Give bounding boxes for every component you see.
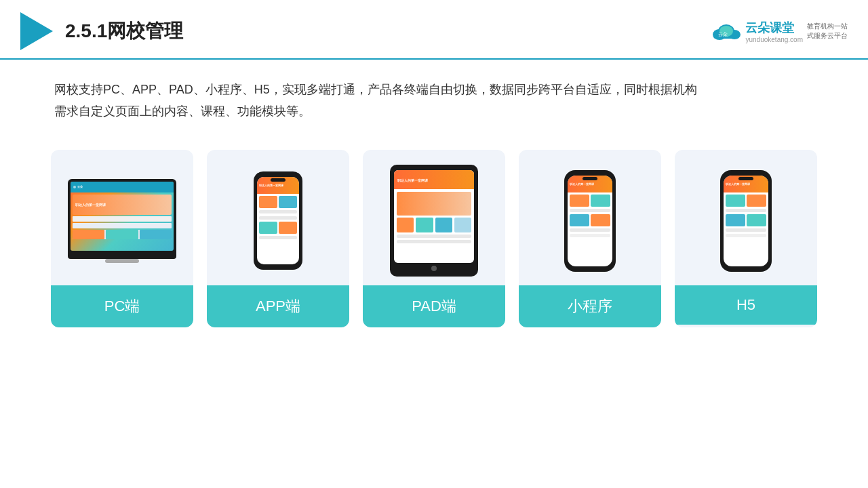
card-pc: 云朵 职达人的第一堂网课 — [51, 150, 193, 327]
pad-row2 — [397, 240, 471, 243]
pad-card3 — [435, 218, 452, 232]
h5-text2 — [726, 228, 766, 232]
app-text3 — [259, 236, 297, 239]
pad-row1 — [397, 235, 471, 238]
logo-url: yunduoketang.com — [745, 36, 803, 43]
pc-row1 — [73, 216, 172, 222]
card-app-image: 职达人的第一堂网课 — [207, 150, 349, 285]
pc-card3 — [140, 230, 172, 239]
logo-subtitle: 教育机构一站 式服务云平台 — [807, 22, 848, 41]
pc-banner-text: 职达人的第一堂网课 — [75, 203, 106, 207]
miniapp-card-row1 — [570, 195, 610, 207]
pad-mockup: 职达人的第一堂网课 — [390, 165, 478, 277]
pc-card1 — [73, 230, 104, 239]
pc-screen-inner: 云朵 职达人的第一堂网课 — [71, 182, 174, 251]
miniapp-notch — [583, 177, 597, 180]
dot1 — [73, 186, 76, 188]
app-banner-text: 职达人的第一堂网课 — [259, 184, 283, 188]
pc-row3 — [73, 230, 172, 239]
miniapp-mini3 — [570, 214, 589, 226]
card-miniapp-label: 小程序 — [519, 285, 661, 327]
pad-banner — [397, 192, 471, 216]
pc-rows — [73, 216, 172, 239]
logo-triangle-icon — [20, 12, 53, 50]
logo-name: 云朵课堂 — [745, 20, 803, 36]
description-line1: 网校支持PC、APP、PAD、小程序、H5，实现多端打通，产品各终端自由切换，数… — [54, 79, 814, 100]
pc-base — [105, 259, 139, 263]
h5-screen-body — [724, 192, 768, 239]
h5-banner-text: 职达人的第一堂网课 — [726, 183, 750, 186]
logo-text: 云朵课堂 yunduoketang.com — [745, 20, 803, 43]
card-pad-image: 职达人的第一堂网课 — [363, 150, 505, 285]
card-h5-image: 职达人的第一堂网课 — [675, 150, 817, 285]
miniapp-card-row2 — [570, 214, 610, 226]
pad-card2 — [416, 218, 433, 232]
pc-screen-outer: 云朵 职达人的第一堂网课 — [68, 179, 176, 253]
h5-phone-mockup: 职达人的第一堂网课 — [720, 170, 772, 272]
pad-screen-top: 职达人的第一堂网课 — [394, 170, 474, 189]
pc-screen-body: 职达人的第一堂网课 — [71, 192, 174, 241]
h5-card-row2 — [726, 214, 766, 226]
app-text2 — [259, 216, 297, 220]
pc-row2 — [73, 223, 172, 228]
pc-neck — [68, 253, 176, 259]
pad-home-button — [431, 266, 437, 271]
miniapp-text2 — [570, 228, 610, 232]
card-app: 职达人的第一堂网课 — [207, 150, 349, 327]
header-left: 2.5.1网校管理 — [20, 12, 183, 50]
app-mini1 — [259, 196, 277, 208]
brand-logo: 云朵 云朵课堂 yunduoketang.com 教育机构一站 式服务云平台 — [711, 20, 848, 43]
pad-card1 — [397, 218, 414, 232]
app-screen-body — [257, 194, 299, 242]
cards-container: 云朵 职达人的第一堂网课 — [0, 129, 868, 341]
h5-text3 — [726, 234, 766, 237]
card-pc-image: 云朵 职达人的第一堂网课 — [51, 150, 193, 285]
header: 2.5.1网校管理 云朵 云朵课堂 yunduoketang.com 教育机构一… — [0, 0, 868, 60]
miniapp-banner-text: 职达人的第一堂网课 — [570, 183, 594, 186]
miniapp-text3 — [570, 234, 610, 237]
app-card-row2 — [259, 222, 297, 234]
h5-mini1 — [726, 195, 745, 207]
pc-logo-text: 云朵 — [77, 185, 83, 188]
phone-notch — [271, 178, 285, 182]
miniapp-mini1 — [570, 195, 589, 207]
pad-card4 — [454, 218, 471, 232]
description-block: 网校支持PC、APP、PAD、小程序、H5，实现多端打通，产品各终端自由切换，数… — [0, 60, 868, 129]
miniapp-mini4 — [591, 214, 610, 226]
card-h5-label: H5 — [675, 285, 817, 325]
app-mini2 — [279, 196, 297, 208]
pad-screen: 职达人的第一堂网课 — [394, 170, 474, 263]
description-line2: 需求自定义页面上的内容、课程、功能模块等。 — [54, 100, 814, 122]
pc-card2 — [106, 230, 138, 239]
svg-text:云朵: 云朵 — [718, 32, 728, 37]
h5-mini3 — [726, 214, 745, 226]
miniapp-text1 — [570, 209, 610, 212]
app-mini3 — [259, 222, 277, 234]
card-pad: 职达人的第一堂网课 — [363, 150, 505, 327]
pc-screen-header: 云朵 — [71, 182, 174, 192]
pad-cards — [397, 218, 471, 232]
pad-banner-text: 职达人的第一堂网课 — [397, 178, 428, 182]
app-card-row1 — [259, 196, 297, 208]
h5-mini2 — [747, 195, 766, 207]
miniapp-screen-body — [568, 192, 612, 239]
h5-card-row1 — [726, 195, 766, 207]
card-h5: 职达人的第一堂网课 — [675, 150, 817, 327]
app-phone-mockup: 职达人的第一堂网课 — [254, 171, 302, 270]
cloud-logo: 云朵 云朵课堂 yunduoketang.com 教育机构一站 式服务云平台 — [711, 20, 848, 43]
h5-text1 — [726, 209, 766, 212]
pc-mockup: 云朵 职达人的第一堂网课 — [68, 179, 176, 263]
pad-screen-body — [394, 189, 474, 246]
card-pc-label: PC端 — [51, 285, 193, 327]
h5-mini4 — [747, 214, 766, 226]
logo-subtitle1: 教育机构一站 — [807, 22, 848, 31]
app-mini4 — [279, 222, 297, 234]
card-app-label: APP端 — [207, 285, 349, 327]
h5-phone-screen: 职达人的第一堂网课 — [724, 176, 768, 266]
card-miniapp: 职达人的第一堂网课 — [519, 150, 661, 327]
pc-banner: 职达人的第一堂网课 — [73, 195, 172, 215]
cloud-icon: 云朵 — [711, 21, 741, 41]
miniapp-phone-mockup: 职达人的第一堂网课 — [564, 170, 616, 272]
miniapp-phone-screen: 职达人的第一堂网课 — [568, 176, 612, 266]
h5-notch — [738, 177, 753, 180]
